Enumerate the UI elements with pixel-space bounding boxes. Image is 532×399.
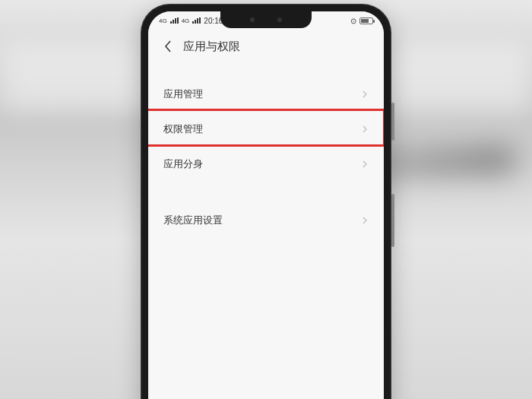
- menu-item-label: 权限管理: [163, 122, 203, 136]
- display-notch: [220, 11, 312, 28]
- settings-list: 应用管理 权限管理 应用分身 系统应用设置: [148, 62, 384, 238]
- back-button[interactable]: [160, 39, 176, 54]
- network-icon: 4G: [182, 17, 190, 24]
- volume-button: [391, 103, 394, 141]
- alarm-icon: ⊙: [350, 17, 356, 25]
- chevron-right-icon: [361, 160, 369, 168]
- menu-item-system-app-settings[interactable]: 系统应用设置: [148, 203, 384, 238]
- power-button: [391, 194, 394, 247]
- menu-item-app-management[interactable]: 应用管理: [148, 77, 384, 112]
- chevron-right-icon: [361, 217, 369, 224]
- page-title: 应用与权限: [183, 40, 240, 54]
- menu-item-permission-management[interactable]: 权限管理: [148, 112, 384, 147]
- menu-item-label: 系统应用设置: [163, 214, 223, 227]
- signal-icon: [192, 17, 201, 24]
- menu-item-app-clone[interactable]: 应用分身: [148, 147, 384, 182]
- page-header: 应用与权限: [148, 30, 384, 62]
- menu-item-label: 应用管理: [163, 87, 203, 101]
- network-icon: 4G: [159, 17, 167, 24]
- section-divider: [148, 182, 384, 203]
- phone-frame: 4G 4G 20:16 ⊙ 应用与权限 应用管理 权限管理: [141, 4, 391, 399]
- phone-screen: 4G 4G 20:16 ⊙ 应用与权限 应用管理 权限管理: [148, 11, 384, 399]
- menu-item-label: 应用分身: [163, 157, 203, 171]
- chevron-left-icon: [164, 40, 172, 52]
- chevron-right-icon: [361, 90, 369, 98]
- chevron-right-icon: [361, 125, 369, 133]
- signal-icon: [170, 17, 179, 24]
- battery-icon: [359, 17, 373, 24]
